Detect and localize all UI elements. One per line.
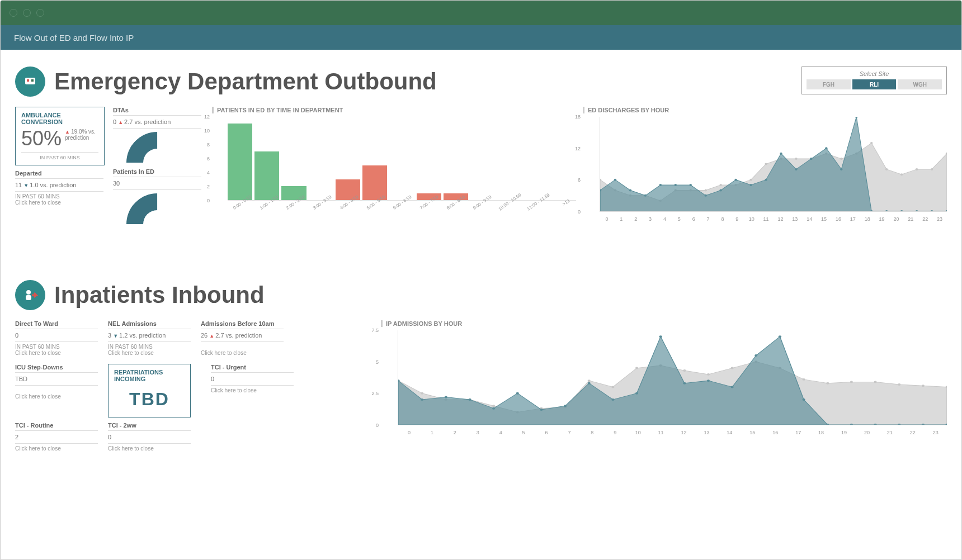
svg-point-23 (900, 173, 903, 175)
svg-point-66 (707, 373, 710, 376)
site-button-wgh[interactable]: WGH (898, 79, 942, 89)
svg-point-61 (588, 379, 591, 382)
chart-ed-time: PATIENTS IN ED BY TIME IN DEPARTMENT 024… (212, 107, 576, 217)
svg-point-74 (898, 383, 900, 386)
svg-point-41 (810, 158, 812, 160)
patients-gauge-icon (126, 193, 188, 224)
svg-point-21 (870, 142, 873, 144)
minimize-icon[interactable] (23, 9, 31, 17)
svg-point-62 (611, 386, 614, 388)
svg-point-81 (492, 407, 495, 410)
svg-point-86 (611, 398, 614, 401)
svg-point-37 (749, 184, 752, 186)
nel-admissions-kpi[interactable]: NEL Admissions 3 1.2 vs. prediction IN P… (108, 320, 191, 356)
svg-point-65 (683, 369, 686, 372)
patients-in-ed-kpi[interactable]: Patients In ED 30 (113, 168, 201, 224)
svg-point-10 (704, 189, 706, 191)
svg-point-70 (803, 378, 805, 381)
svg-point-19 (840, 158, 842, 160)
tci-urgent-kpi[interactable]: TCI - Urgent 0 Click here to close (211, 364, 294, 414)
svg-point-82 (516, 392, 519, 395)
departed-kpi[interactable]: Departed 11 1.0 vs. prediction IN PAST 6… (15, 170, 103, 206)
svg-point-24 (916, 168, 918, 170)
svg-point-73 (874, 381, 876, 383)
svg-point-29 (629, 189, 631, 191)
section-ip-head: Inpatients Inbound (15, 280, 947, 310)
svg-point-34 (704, 194, 706, 197)
section-ed-head: Emergency Department Outbound Select Sit… (15, 67, 947, 97)
dtas-kpi[interactable]: DTAs 0 2.7 vs. prediction (113, 107, 201, 163)
page-title: Flow Out of ED and Flow Into IP (14, 33, 134, 42)
direct-to-ward-kpi[interactable]: Direct To Ward 0 IN PAST 60 MINS Click h… (15, 320, 98, 356)
admissions-before-10am-kpi[interactable]: Admissions Before 10am 26 2.7 vs. predic… (201, 320, 284, 356)
dtas-gauge-icon (126, 132, 188, 163)
svg-point-83 (540, 409, 543, 411)
tci-routine-kpi[interactable]: TCI - Routine 2 Click here to close (15, 422, 98, 452)
svg-point-54 (421, 392, 423, 395)
svg-point-25 (931, 168, 933, 170)
ambulance-conversion-kpi[interactable]: AMBULANCE CONVERSION 50% 19.0% vs. predi… (15, 107, 105, 165)
chart-ed-discharges: ED DISCHARGES BY HOUR 061218 01234567891… (583, 107, 947, 229)
ip-inbound-icon (15, 280, 45, 310)
ed-outbound-icon (15, 67, 45, 97)
svg-rect-0 (25, 78, 35, 84)
svg-point-87 (635, 392, 638, 395)
svg-point-14 (765, 163, 767, 165)
svg-point-88 (659, 335, 662, 338)
svg-point-85 (588, 382, 591, 385)
svg-point-72 (850, 381, 853, 383)
svg-point-32 (675, 184, 677, 186)
svg-point-35 (719, 189, 722, 191)
site-button-rli[interactable]: RLI (852, 79, 897, 89)
svg-point-80 (468, 398, 471, 401)
svg-point-90 (707, 379, 710, 382)
svg-point-93 (779, 335, 781, 338)
close-icon[interactable] (10, 9, 17, 17)
window-titlebar (1, 1, 961, 25)
app-window: Flow Out of ED and Flow Into IP Emergenc… (0, 0, 962, 560)
svg-point-30 (644, 194, 647, 197)
svg-point-75 (922, 385, 925, 387)
maximize-icon[interactable] (36, 9, 44, 17)
svg-point-71 (826, 382, 829, 385)
section-ip-title: Inpatients Inbound (54, 282, 265, 309)
svg-point-92 (754, 354, 757, 357)
svg-point-89 (683, 382, 686, 385)
svg-point-28 (614, 179, 616, 181)
repatriations-incoming-kpi[interactable]: REPATRIATIONS INCOMING TBD (108, 364, 191, 417)
svg-point-16 (795, 158, 797, 160)
svg-point-42 (825, 147, 827, 149)
svg-point-40 (795, 168, 797, 170)
svg-rect-2 (31, 79, 34, 82)
svg-rect-1 (27, 79, 29, 82)
svg-point-57 (492, 405, 495, 407)
svg-point-67 (731, 367, 734, 369)
svg-point-22 (885, 168, 888, 170)
site-button-fgh[interactable]: FGH (807, 79, 851, 89)
svg-point-44 (855, 117, 857, 118)
svg-point-39 (780, 153, 782, 155)
svg-point-38 (765, 179, 767, 181)
svg-point-78 (421, 398, 423, 401)
svg-point-91 (731, 386, 734, 388)
svg-point-33 (690, 184, 692, 186)
svg-point-13 (749, 179, 752, 181)
icu-stepdowns-kpi[interactable]: ICU Step-Downs TBD Click here to close (15, 364, 98, 414)
site-label: Select Site (807, 70, 942, 77)
bar-0 (228, 124, 252, 201)
svg-point-51 (26, 290, 31, 295)
chart-ip-admissions: IP ADMISSIONS BY HOUR 02.557.5 012345678… (381, 320, 947, 459)
svg-point-84 (564, 405, 567, 407)
svg-point-11 (719, 184, 722, 186)
svg-point-94 (803, 398, 805, 401)
page-header: Flow Out of ED and Flow Into IP (1, 25, 961, 50)
svg-point-31 (659, 184, 662, 186)
site-selector: Select Site FGHRLIWGH (801, 67, 947, 94)
svg-point-63 (635, 367, 638, 369)
section-ed-title: Emergency Department Outbound (54, 68, 437, 95)
tci-2ww-kpi[interactable]: TCI - 2ww 0 Click here to close (108, 422, 191, 452)
svg-point-36 (734, 179, 737, 181)
svg-rect-52 (26, 295, 31, 300)
svg-point-79 (445, 396, 447, 398)
svg-point-43 (840, 168, 842, 170)
